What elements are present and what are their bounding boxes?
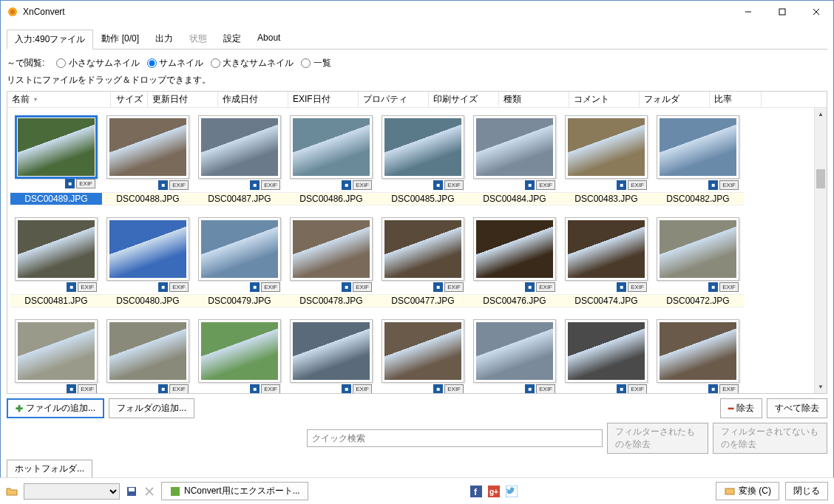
thumbnail-item[interactable]: ■EXIF [194,315,285,393]
column-header[interactable]: EXIF日付 [288,92,359,107]
tab-入力:490ファイル[interactable]: 入力:490ファイル [7,30,93,50]
exif-badge: EXIF [719,384,739,393]
column-header[interactable]: コメント [569,92,640,107]
remove-all-button[interactable]: すべて除去 [767,398,827,418]
minimize-button[interactable] [731,1,765,23]
thumbnail-filename: DSC00481.JPG [10,294,102,307]
tab-設定[interactable]: 設定 [215,29,249,49]
column-header[interactable]: 更新日付 [148,92,218,107]
exif-badge: EXIF [628,384,647,393]
scroll-up-icon[interactable]: ▲ [815,108,827,120]
info-badge: ■ [342,282,351,292]
column-header[interactable]: 比率 [710,92,762,107]
thumbnail-item[interactable]: ■EXIFDSC00477.JPG [377,213,469,315]
thumbnail-filename: DSC00488.JPG [102,192,194,205]
thumbnail-item[interactable]: ■EXIFDSC00476.JPG [469,213,560,315]
view-option[interactable]: サムネイル [140,58,203,68]
close-button[interactable] [799,1,833,23]
folder-open-icon[interactable] [6,486,18,497]
convert-icon [724,486,736,497]
thumbnail-item[interactable]: ■EXIFDSC00482.JPG [652,111,744,213]
exif-badge: EXIF [536,180,555,190]
thumbnail-item[interactable]: ■EXIFDSC00488.JPG [102,111,194,213]
scroll-handle[interactable] [816,169,825,188]
thumbnail-item[interactable]: ■EXIF [377,315,469,393]
column-header[interactable]: サイズ [111,92,148,107]
thumbnail-item[interactable]: ■EXIFDSC00487.JPG [194,111,285,213]
thumbnail-item[interactable]: ■EXIFDSC00481.JPG [10,213,102,315]
column-header[interactable]: 名前▾ [7,92,111,107]
googleplus-icon[interactable]: g+ [488,486,500,497]
exif-badge: EXIF [719,282,739,292]
tab-About[interactable]: About [249,29,288,49]
view-option[interactable]: 一覧 [294,58,330,68]
exif-badge: EXIF [719,180,739,190]
exif-badge: EXIF [78,384,97,393]
info-badge: ■ [617,384,626,393]
vertical-scrollbar[interactable]: ▲ ▼ [814,108,827,393]
thumbnail-item[interactable]: ■EXIF [10,315,102,393]
thumbnail-item[interactable]: ■EXIFDSC00474.JPG [560,213,652,315]
export-nconvert-button[interactable]: NConvert用にエクスポート... [161,482,308,500]
tab-状態[interactable]: 状態 [181,29,215,49]
delete-icon[interactable] [143,486,155,497]
file-list: 名前▾サイズ更新日付作成日付EXIF日付プロパティ印刷サイズ種類コメントフォルダ… [7,91,827,394]
view-mode-row: ～で閲覧: 小さなサムネイル サムネイル 大きなサムネイル 一覧 [7,57,827,69]
add-files-button[interactable]: ✚ファイルの追加... [7,398,104,418]
scroll-down-icon[interactable]: ▼ [815,381,827,393]
remove-filtered-button[interactable]: フィルターされたものを除去 [607,423,708,454]
remove-button[interactable]: ━除去 [720,398,762,418]
column-header[interactable]: プロパティ [359,92,429,107]
tab-出力[interactable]: 出力 [147,29,181,49]
convert-button[interactable]: 変換 (C) [716,482,779,500]
thumbnail-filename: DSC00485.JPG [377,192,469,205]
facebook-icon[interactable]: f [470,486,482,497]
info-badge: ■ [525,180,535,190]
thumbnail-item[interactable]: ■EXIFDSC00472.JPG [652,213,744,315]
hot-folder-button[interactable]: ホットフォルダ... [7,460,92,478]
thumbnail-filename: DSC00486.JPG [285,192,377,205]
thumbnail-item[interactable]: ■EXIF [102,315,194,393]
thumbnail-item[interactable]: ■EXIFDSC00484.JPG [469,111,560,213]
svg-rect-16 [725,488,734,494]
twitter-icon[interactable] [506,486,518,497]
svg-point-1 [10,10,15,14]
remove-unfiltered-button[interactable]: フィルターされてないものを除去 [713,423,827,454]
view-option[interactable]: 大きなサムネイル [203,58,294,68]
save-icon[interactable] [126,486,138,497]
view-option[interactable]: 小さなサムネイル [49,58,139,68]
thumbnail-item[interactable]: ■EXIF [652,315,744,393]
quick-search-input[interactable] [307,429,603,447]
thumbnail-item[interactable]: ■EXIFDSC00483.JPG [560,111,652,213]
maximize-button[interactable] [765,1,799,23]
thumbnail-item[interactable]: ■EXIFDSC00489.JPG [10,111,102,213]
column-header[interactable]: 印刷サイズ [429,92,499,107]
thumbnail-item[interactable]: ■EXIF [469,315,560,393]
column-header[interactable]: 作成日付 [218,92,288,107]
exif-badge: EXIF [169,384,189,393]
thumbnail-filename: DSC00484.JPG [469,192,560,205]
thumbnail-item[interactable]: ■EXIFDSC00480.JPG [102,213,194,315]
thumbnail-item[interactable]: ■EXIF [560,315,652,393]
drop-hint: リストにファイルをドラッグ＆ドロップできます。 [7,74,827,86]
preset-select[interactable] [24,483,120,500]
column-header[interactable]: 種類 [499,92,569,107]
thumbnail-item[interactable]: ■EXIF [285,315,377,393]
exif-badge: EXIF [444,180,464,190]
add-folder-button[interactable]: フォルダの追加... [109,398,194,418]
column-header[interactable]: フォルダ [640,92,710,107]
tab-動作 [0/0][interactable]: 動作 [0/0] [93,29,147,49]
close-app-button[interactable]: 閉じる [785,482,828,500]
thumbnail-item[interactable]: ■EXIFDSC00479.JPG [194,213,285,315]
info-badge: ■ [342,180,351,190]
thumbnail-item[interactable]: ■EXIFDSC00485.JPG [377,111,469,213]
thumbnail-item[interactable]: ■EXIFDSC00478.JPG [285,213,377,315]
exif-badge: EXIF [78,282,97,292]
thumbnail-grid: ■EXIFDSC00489.JPG■EXIFDSC00488.JPG■EXIFD… [7,108,814,393]
app-icon [7,6,18,18]
info-badge: ■ [617,180,626,190]
exif-badge: EXIF [444,384,464,393]
thumbnail-item[interactable]: ■EXIFDSC00486.JPG [285,111,377,213]
thumbnail-filename: DSC00472.JPG [652,294,744,307]
info-badge: ■ [65,179,75,188]
